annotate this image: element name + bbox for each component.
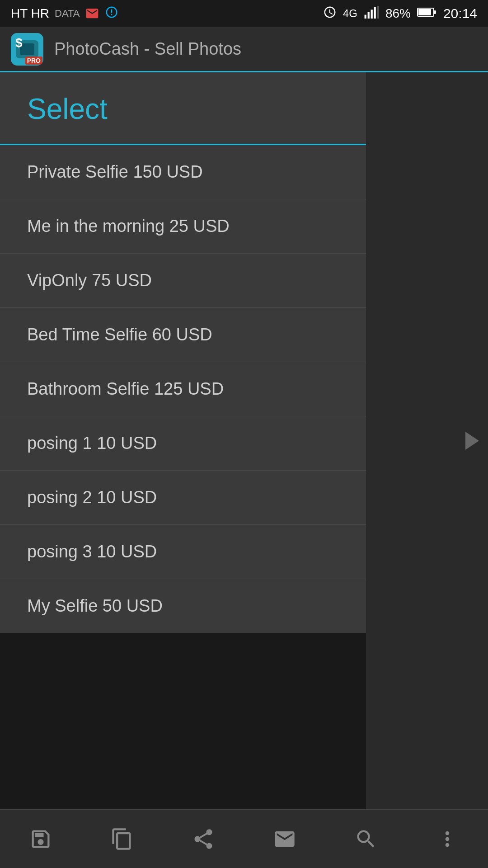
scroll-area [366, 72, 488, 809]
scroll-triangle-icon [465, 432, 479, 450]
dialog-header: Select [0, 72, 366, 145]
list-item[interactable]: posing 2 10 USD [0, 471, 366, 525]
list-item[interactable]: Private Selfie 150 USD [0, 145, 366, 199]
svg-rect-3 [374, 7, 375, 18]
list-item[interactable]: posing 1 10 USD [0, 416, 366, 471]
dollar-icon: $ [15, 36, 23, 50]
app-icon: $ PRO [11, 33, 43, 66]
skype-icon [105, 5, 118, 22]
battery-percent: 86% [385, 6, 411, 21]
app-toolbar: $ PRO PhotoCash - Sell Photos [0, 27, 488, 72]
list-item[interactable]: Bathroom Selfie 125 USD [0, 362, 366, 416]
dialog-title: Select [27, 93, 108, 125]
list-item[interactable]: Bed Time Selfie 60 USD [0, 308, 366, 362]
svg-rect-4 [377, 6, 379, 19]
list-item[interactable]: VipOnly 75 USD [0, 254, 366, 308]
document-nav-button[interactable] [104, 821, 140, 857]
mail-nav-button[interactable] [267, 821, 303, 857]
alarm-icon [323, 5, 337, 22]
battery-icon [417, 6, 437, 21]
status-right: 4G 86% 20:14 [323, 5, 477, 22]
gmail-icon [85, 6, 99, 22]
list-item[interactable]: My Selfie 50 USD [0, 579, 366, 633]
data-icon: DATA [55, 8, 80, 19]
4g-indicator: 4G [343, 7, 357, 20]
svg-rect-0 [364, 14, 366, 18]
bottom-nav [0, 809, 488, 868]
list-item[interactable]: posing 3 10 USD [0, 525, 366, 579]
pro-badge: PRO [25, 57, 42, 65]
status-left: HT HR DATA [11, 5, 118, 22]
status-bar: HT HR DATA 4G [0, 0, 488, 27]
svg-rect-6 [418, 9, 431, 15]
search-nav-button[interactable] [348, 821, 384, 857]
more-nav-button[interactable] [429, 821, 465, 857]
carrier-text: HT HR [11, 6, 49, 21]
svg-rect-2 [371, 9, 372, 19]
time-display: 20:14 [443, 6, 477, 21]
svg-rect-7 [434, 10, 436, 14]
select-dialog: Select Private Selfie 150 USD Me in the … [0, 72, 366, 633]
svg-rect-1 [367, 12, 369, 19]
save-nav-button[interactable] [23, 821, 59, 857]
signal-icon [364, 6, 379, 22]
share-nav-button[interactable] [185, 821, 221, 857]
list-item[interactable]: Me in the morning 25 USD [0, 199, 366, 254]
app-title: PhotoCash - Sell Photos [54, 39, 241, 59]
